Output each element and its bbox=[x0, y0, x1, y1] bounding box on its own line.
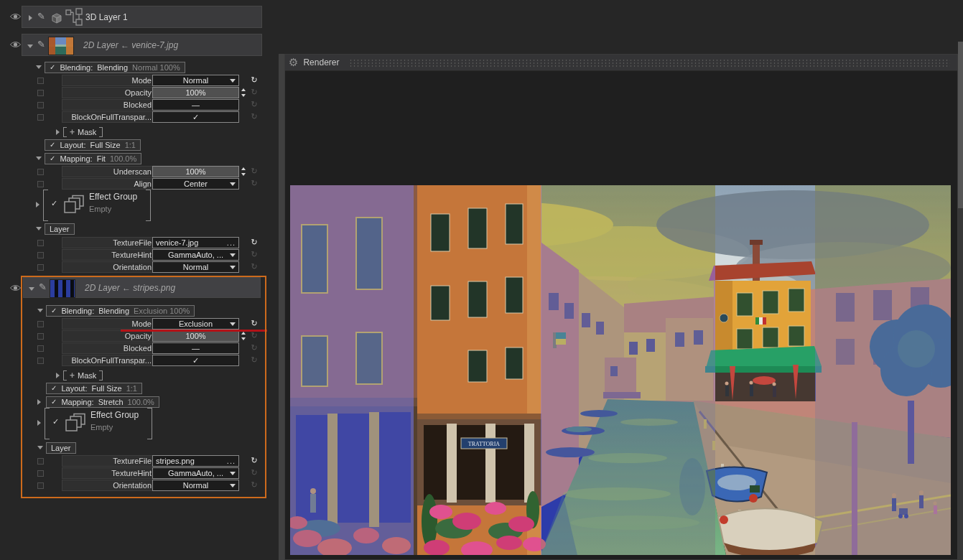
collapse-right-icon[interactable] bbox=[37, 399, 41, 405]
check-icon[interactable]: ✓ bbox=[51, 397, 57, 407]
spinner-stepper[interactable] bbox=[241, 87, 247, 98]
animate-checkbox[interactable] bbox=[37, 470, 44, 477]
spinner-stepper[interactable] bbox=[241, 166, 247, 177]
animate-checkbox[interactable] bbox=[37, 458, 44, 465]
orientation-dropdown[interactable]: Normal bbox=[152, 480, 239, 491]
texturehint-dropdown[interactable]: GammaAuto, ... bbox=[152, 467, 239, 479]
animate-checkbox[interactable] bbox=[37, 321, 44, 327]
collapse-right-icon[interactable] bbox=[36, 202, 39, 207]
browse-button[interactable]: ... bbox=[227, 456, 236, 466]
reset-icon[interactable]: ↻ bbox=[249, 330, 259, 341]
check-icon[interactable]: ✓ bbox=[51, 383, 57, 393]
vertical-scrollbar[interactable] bbox=[958, 42, 963, 560]
reset-icon[interactable]: ↻ bbox=[249, 467, 259, 478]
reset-icon[interactable]: ↻ bbox=[249, 355, 259, 365]
collapse-down-icon[interactable] bbox=[29, 287, 34, 291]
collapse-right-icon[interactable] bbox=[56, 129, 60, 135]
reset-icon[interactable]: ↻ bbox=[249, 99, 259, 110]
section-header-layer[interactable]: Layer bbox=[45, 223, 75, 235]
reset-icon[interactable]: ↻ bbox=[249, 75, 259, 85]
section-header-layout[interactable]: ✓ Layout: Full Size 1:1 bbox=[46, 383, 142, 394]
block-checkbox-field[interactable]: ✓ bbox=[152, 355, 239, 366]
layer-header-venice[interactable]: ✎ 2D Layer ← venice-7.jpg bbox=[22, 34, 262, 56]
effect-group[interactable]: ✓ Effect Group Empty bbox=[43, 190, 151, 220]
collapse-down-icon[interactable] bbox=[36, 227, 42, 230]
reset-icon[interactable]: ↻ bbox=[249, 111, 259, 122]
underscan-field[interactable]: 100% bbox=[152, 166, 239, 177]
visibility-eye-icon[interactable] bbox=[9, 12, 22, 22]
collapse-down-icon[interactable] bbox=[27, 45, 33, 48]
texturefile-field[interactable]: venice-7.jpg... bbox=[152, 237, 239, 248]
check-icon[interactable]: ✓ bbox=[51, 199, 57, 208]
collapse-down-icon[interactable] bbox=[36, 65, 42, 69]
visibility-eye-icon[interactable] bbox=[9, 284, 22, 294]
reset-icon[interactable]: ↻ bbox=[249, 237, 259, 248]
edit-pencil-icon[interactable]: ✎ bbox=[39, 281, 47, 292]
block-checkbox-field[interactable]: ✓ bbox=[152, 111, 239, 123]
collapse-right-icon[interactable] bbox=[29, 15, 32, 21]
animate-checkbox[interactable] bbox=[37, 114, 44, 121]
section-header-layout[interactable]: ✓ Layout: Full Size 1:1 bbox=[45, 139, 141, 151]
reset-icon[interactable]: ↻ bbox=[249, 318, 259, 329]
check-icon[interactable]: ✓ bbox=[50, 154, 55, 164]
check-icon[interactable]: ✓ bbox=[52, 417, 59, 426]
texturehint-dropdown[interactable]: GammaAuto, ... bbox=[152, 249, 239, 261]
collapse-down-icon[interactable] bbox=[37, 309, 43, 312]
check-icon[interactable]: ✓ bbox=[50, 62, 55, 73]
animate-checkbox[interactable] bbox=[37, 240, 44, 246]
check-icon[interactable]: ✓ bbox=[50, 140, 55, 150]
layer-header-stripes[interactable]: ✎ 2D Layer ← stripes.png bbox=[23, 277, 261, 298]
animate-checkbox[interactable] bbox=[37, 252, 44, 258]
section-header-layer[interactable]: Layer bbox=[46, 442, 76, 454]
section-header-mapping[interactable]: ✓ Mapping: Fit 100.0% bbox=[45, 153, 141, 164]
reset-icon[interactable]: ↻ bbox=[249, 178, 259, 189]
animate-checkbox[interactable] bbox=[37, 264, 44, 271]
scrollbar-thumb[interactable] bbox=[958, 42, 963, 208]
opacity-field[interactable]: 100% bbox=[152, 87, 239, 98]
reset-icon[interactable]: ↻ bbox=[249, 455, 259, 466]
section-header-mapping[interactable]: ✓ Mapping: Stretch 100.0% bbox=[46, 396, 159, 408]
reset-icon[interactable]: ↻ bbox=[249, 261, 259, 272]
mode-dropdown[interactable]: Exclusion bbox=[152, 318, 239, 330]
animate-checkbox[interactable] bbox=[37, 102, 44, 108]
plus-icon[interactable]: + bbox=[70, 371, 75, 380]
collapse-right-icon[interactable] bbox=[37, 420, 41, 426]
orientation-dropdown[interactable]: Normal bbox=[152, 261, 239, 273]
animate-checkbox[interactable] bbox=[37, 482, 44, 489]
effect-group[interactable]: ✓ Effect Group Empty bbox=[45, 408, 152, 438]
panel-splitter[interactable] bbox=[279, 54, 284, 560]
animate-checkbox[interactable] bbox=[37, 181, 44, 187]
layer-header-3d[interactable]: ✎ 3D Layer 1 bbox=[22, 6, 262, 28]
animate-checkbox[interactable] bbox=[37, 90, 44, 96]
section-header-blending[interactable]: ✓ Blending: Blending Exclusion 100% bbox=[46, 305, 195, 317]
gear-icon[interactable]: ⚙ bbox=[289, 56, 298, 69]
animate-checkbox[interactable] bbox=[37, 345, 44, 352]
check-icon[interactable]: ✓ bbox=[51, 306, 57, 316]
mode-dropdown[interactable]: Normal bbox=[152, 75, 239, 86]
mask-item[interactable]: + Mask bbox=[63, 370, 103, 381]
edit-pencil-icon[interactable]: ✎ bbox=[37, 39, 45, 50]
mask-item[interactable]: + Mask bbox=[63, 126, 103, 138]
animate-checkbox[interactable] bbox=[37, 358, 44, 364]
reset-icon[interactable]: ↻ bbox=[249, 166, 259, 177]
collapse-down-icon[interactable] bbox=[37, 446, 43, 449]
edit-pencil-icon[interactable]: ✎ bbox=[37, 11, 45, 22]
blocked-field[interactable]: — bbox=[152, 342, 239, 354]
blocked-field[interactable]: — bbox=[152, 99, 239, 111]
browse-button[interactable]: ... bbox=[227, 238, 236, 248]
collapse-down-icon[interactable] bbox=[36, 157, 42, 160]
reset-icon[interactable]: ↻ bbox=[249, 342, 259, 353]
spinner-stepper[interactable] bbox=[241, 330, 247, 342]
plus-icon[interactable]: + bbox=[70, 128, 75, 136]
section-header-blending[interactable]: ✓ Blending: Blending Normal 100% bbox=[45, 62, 185, 73]
reset-icon[interactable]: ↻ bbox=[249, 480, 259, 490]
opacity-field[interactable]: 100% bbox=[152, 330, 239, 342]
animate-checkbox[interactable] bbox=[37, 333, 44, 340]
reset-icon[interactable]: ↻ bbox=[249, 249, 259, 260]
reset-icon[interactable]: ↻ bbox=[249, 87, 259, 98]
collapse-right-icon[interactable] bbox=[56, 373, 60, 378]
align-dropdown[interactable]: Center bbox=[152, 178, 239, 190]
animate-checkbox[interactable] bbox=[37, 169, 44, 175]
visibility-eye-icon[interactable] bbox=[9, 40, 22, 50]
texturefile-field[interactable]: stripes.png... bbox=[152, 455, 239, 467]
